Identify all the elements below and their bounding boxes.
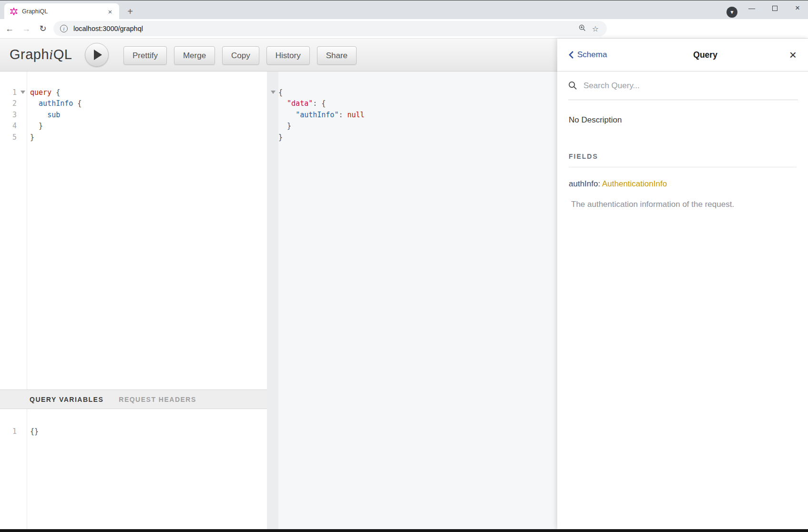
doc-search-input[interactable] bbox=[583, 81, 798, 91]
doc-field-item: authInfo: AuthenticationInfo bbox=[569, 179, 797, 189]
forward-button[interactable]: → bbox=[19, 21, 33, 36]
execute-query-button[interactable] bbox=[85, 43, 109, 67]
tab-search-chevron-icon[interactable]: ▼ bbox=[726, 7, 737, 18]
window-minimize-button[interactable]: — bbox=[741, 0, 763, 16]
line-numbers: 12345 bbox=[12, 87, 17, 143]
url-omnibox[interactable]: i localhost:3000/graphql ☆ bbox=[53, 21, 607, 36]
copy-button[interactable]: Copy bbox=[222, 46, 259, 65]
variables-code[interactable]: {} bbox=[30, 426, 39, 437]
line-number: 1 bbox=[12, 426, 17, 437]
url-text[interactable]: localhost:3000/graphql bbox=[73, 25, 575, 32]
maximize-icon bbox=[772, 6, 777, 11]
code-line: } bbox=[30, 132, 82, 143]
response-pane: { "data": { "authInfo": null }} bbox=[267, 72, 557, 529]
code-line: {} bbox=[30, 426, 39, 437]
browser-address-bar: ← → ↻ i localhost:3000/graphql ☆ P Tp bbox=[0, 19, 808, 39]
response-fold-gutter bbox=[267, 72, 278, 529]
doc-title: Query bbox=[607, 50, 789, 60]
field-colon: : bbox=[598, 179, 600, 188]
chevron-left-icon bbox=[569, 51, 574, 59]
code-line: "data": { bbox=[278, 98, 365, 109]
fields-heading: FIELDS bbox=[569, 153, 797, 160]
window-close-button[interactable]: × bbox=[787, 0, 808, 16]
line-number: 3 bbox=[12, 110, 17, 121]
zoom-icon[interactable] bbox=[575, 24, 589, 34]
window-maximize-button[interactable] bbox=[764, 0, 786, 16]
doc-back-label: Schema bbox=[577, 50, 607, 60]
history-button[interactable]: History bbox=[266, 46, 310, 65]
new-tab-button[interactable]: + bbox=[124, 5, 136, 18]
fold-arrow-icon[interactable] bbox=[271, 91, 276, 94]
code-line: "authInfo": null bbox=[278, 110, 365, 121]
field-description: The authentication information of the re… bbox=[569, 200, 797, 209]
tab-query-variables[interactable]: QUERY VARIABLES bbox=[30, 396, 103, 403]
line-number: 1 bbox=[12, 87, 17, 98]
doc-close-icon[interactable]: × bbox=[789, 49, 797, 61]
browser-tab[interactable]: GraphiQL × bbox=[4, 3, 119, 20]
line-number: 2 bbox=[12, 98, 17, 109]
line-numbers: 1 bbox=[12, 426, 17, 437]
graphiql-toolbar: GraphiQL Prettify Merge Copy History Sha… bbox=[0, 39, 557, 72]
query-code[interactable]: query { authInfo { sub }} bbox=[30, 87, 82, 143]
code-line: } bbox=[278, 132, 365, 143]
variables-title-bar: QUERY VARIABLES REQUEST HEADERS bbox=[0, 389, 267, 409]
field-name-link[interactable]: authInfo bbox=[569, 179, 598, 188]
graphql-favicon-icon bbox=[10, 8, 18, 15]
doc-explorer-header: Schema Query × bbox=[557, 39, 808, 72]
code-line: authInfo { bbox=[30, 98, 82, 109]
query-editor-gutter: 12345 bbox=[0, 72, 27, 389]
code-line: } bbox=[30, 121, 82, 132]
code-line: query { bbox=[30, 87, 82, 98]
doc-body: No Description FIELDS authInfo: Authenti… bbox=[557, 115, 808, 209]
code-line: sub bbox=[30, 110, 82, 121]
tab-title: GraphiQL bbox=[22, 8, 106, 15]
tab-request-headers[interactable]: REQUEST HEADERS bbox=[119, 396, 196, 403]
taskbar-edge bbox=[0, 529, 808, 532]
field-type-link[interactable]: AuthenticationInfo bbox=[602, 179, 667, 188]
graphiql-logo: GraphiQL bbox=[10, 47, 72, 62]
search-icon bbox=[568, 81, 577, 90]
variables-section: QUERY VARIABLES REQUEST HEADERS 1 {} bbox=[0, 389, 267, 529]
back-button[interactable]: ← bbox=[2, 21, 17, 36]
variables-editor[interactable]: 1 {} bbox=[0, 409, 267, 529]
browser-tab-strip: GraphiQL × + ▼ — × bbox=[0, 0, 808, 19]
variables-editor-gutter: 1 bbox=[0, 409, 27, 529]
tab-close-icon[interactable]: × bbox=[106, 7, 114, 16]
merge-button[interactable]: Merge bbox=[174, 46, 215, 65]
graphiql-app: GraphiQL Prettify Merge Copy History Sha… bbox=[0, 39, 808, 529]
site-info-icon[interactable]: i bbox=[60, 25, 68, 32]
code-line: } bbox=[278, 121, 365, 132]
type-description: No Description bbox=[569, 115, 797, 125]
code-line: { bbox=[278, 87, 365, 98]
query-editor[interactable]: 12345 query { authInfo { sub }} bbox=[0, 72, 267, 389]
play-icon bbox=[94, 50, 102, 60]
reload-button[interactable]: ↻ bbox=[36, 21, 50, 36]
response-json: { "data": { "authInfo": null }} bbox=[278, 87, 365, 143]
line-number: 4 bbox=[12, 121, 17, 132]
doc-explorer-panel: Schema Query × No Description FIELDS aut… bbox=[557, 39, 808, 529]
toolbar-buttons: Prettify Merge Copy History Share bbox=[123, 46, 357, 65]
bookmark-star-icon[interactable]: ☆ bbox=[589, 24, 602, 33]
fields-divider bbox=[569, 167, 797, 167]
fold-arrow-icon[interactable] bbox=[20, 91, 25, 94]
doc-search-box bbox=[568, 72, 798, 100]
share-button[interactable]: Share bbox=[317, 46, 357, 65]
doc-back-link[interactable]: Schema bbox=[569, 50, 607, 60]
prettify-button[interactable]: Prettify bbox=[123, 46, 167, 65]
line-number: 5 bbox=[12, 132, 17, 143]
